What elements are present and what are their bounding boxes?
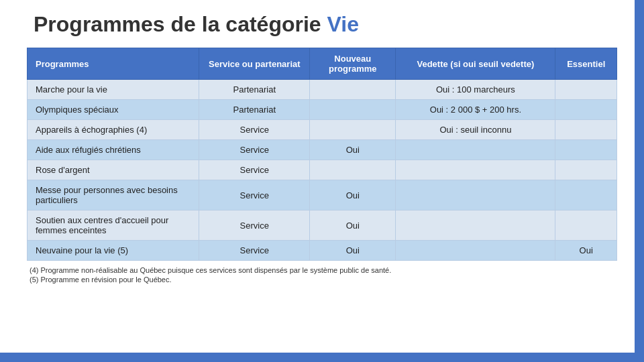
cell-nouveau — [310, 80, 396, 100]
cell-nouveau: Oui — [310, 241, 396, 261]
cell-nouveau: Oui — [310, 140, 396, 160]
col-header-programmes: Programmes — [28, 48, 199, 80]
table-row: Rose d'argentService — [28, 160, 617, 180]
cell-nouveau — [310, 160, 396, 180]
cell-vedette — [396, 180, 555, 210]
cell-service: Partenariat — [199, 100, 310, 120]
col-header-service: Service ou partenariat — [199, 48, 310, 80]
title-highlight: Vie — [327, 12, 359, 36]
cell-programme: Messe pour personnes avec besoins partic… — [28, 180, 199, 210]
cell-programme: Neuvaine pour la vie (5) — [28, 241, 199, 261]
col-header-nouveau: Nouveau programme — [310, 48, 396, 80]
col-header-essentiel: Essentiel — [555, 48, 617, 80]
cell-service: Service — [199, 241, 310, 261]
cell-essentiel — [555, 100, 617, 120]
cell-programme: Marche pour la vie — [28, 80, 199, 100]
table-row: Soutien aux centres d'accueil pour femme… — [28, 210, 617, 241]
cell-essentiel — [555, 180, 617, 210]
table-row: Aide aux réfugiés chrétiensServiceOui — [28, 140, 617, 160]
cell-service: Service — [199, 160, 310, 180]
table-row: Marche pour la viePartenariatOui : 100 m… — [28, 80, 617, 100]
table-row: Appareils à échographies (4)ServiceOui :… — [28, 120, 617, 140]
cell-programme: Aide aux réfugiés chrétiens — [28, 140, 199, 160]
right-bar — [635, 0, 644, 362]
cell-essentiel — [555, 210, 617, 241]
cell-vedette — [396, 241, 555, 261]
cell-service: Service — [199, 210, 310, 241]
cell-programme: Appareils à échographies (4) — [28, 120, 199, 140]
cell-service: Partenariat — [199, 80, 310, 100]
cell-essentiel — [555, 80, 617, 100]
cell-vedette: Oui : 2 000 $ + 200 hrs. — [396, 100, 555, 120]
cell-nouveau — [310, 100, 396, 120]
title-main: Programmes de la catégorie — [34, 12, 327, 36]
cell-programme: Olympiques spéciaux — [28, 100, 199, 120]
cell-vedette — [396, 160, 555, 180]
footnotes: (4) Programme non-réalisable au Québec p… — [27, 266, 617, 284]
cell-essentiel — [555, 120, 617, 140]
cell-programme: Soutien aux centres d'accueil pour femme… — [28, 210, 199, 241]
col-header-vedette: Vedette (si oui seuil vedette) — [396, 48, 555, 80]
main-table: Programmes Service ou partenariat Nouvea… — [27, 48, 617, 261]
cell-essentiel — [555, 160, 617, 180]
table-header-row: Programmes Service ou partenariat Nouvea… — [28, 48, 617, 80]
cell-vedette — [396, 210, 555, 241]
cell-service: Service — [199, 120, 310, 140]
table-wrapper: Programmes Service ou partenariat Nouvea… — [27, 48, 617, 261]
page-title: Programmes de la catégorie Vie — [27, 12, 617, 37]
cell-nouveau: Oui — [310, 180, 396, 210]
cell-nouveau — [310, 120, 396, 140]
table-row: Neuvaine pour la vie (5)ServiceOuiOui — [28, 241, 617, 261]
cell-essentiel — [555, 140, 617, 160]
cell-essentiel: Oui — [555, 241, 617, 261]
cell-service: Service — [199, 140, 310, 160]
cell-vedette: Oui : 100 marcheurs — [396, 80, 555, 100]
bottom-bar — [0, 353, 644, 362]
cell-vedette — [396, 140, 555, 160]
page-container: Programmes de la catégorie Vie Programme… — [0, 0, 644, 362]
table-row: Messe pour personnes avec besoins partic… — [28, 180, 617, 210]
footnote-5: (5) Programme en révision pour le Québec… — [30, 276, 617, 284]
cell-programme: Rose d'argent — [28, 160, 199, 180]
footnote-4: (4) Programme non-réalisable au Québec p… — [30, 266, 617, 274]
cell-service: Service — [199, 180, 310, 210]
table-row: Olympiques spéciauxPartenariatOui : 2 00… — [28, 100, 617, 120]
cell-vedette: Oui : seuil inconnu — [396, 120, 555, 140]
cell-nouveau: Oui — [310, 210, 396, 241]
